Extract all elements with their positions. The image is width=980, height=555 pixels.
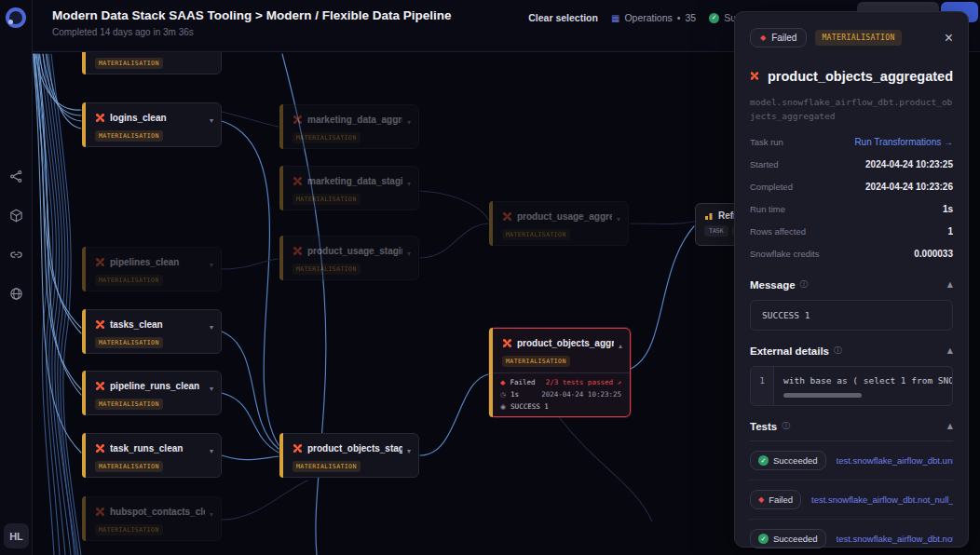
materialisation-badge: MATERIALISATION xyxy=(95,58,163,69)
node-runtime: 1s xyxy=(510,390,519,399)
test-link[interactable]: test.snowflake_airflow_dbt.not_null_pr xyxy=(837,534,953,544)
external-details-section: External details ⓘ ▲ 1 with base as ( se… xyxy=(750,345,953,406)
dbt-icon xyxy=(293,246,303,256)
materialisation-badge: MATERIALISATION xyxy=(293,461,361,472)
test-link[interactable]: test.snowflake_airflow_dbt.unique_pro xyxy=(837,455,953,466)
dbt-icon xyxy=(293,176,303,186)
dbt-icon xyxy=(95,381,105,391)
run-transformations-link[interactable]: Run Transformations → xyxy=(854,137,953,147)
failed-diamond-icon: ◆ xyxy=(758,495,764,504)
chevron-down-icon[interactable]: ▾ xyxy=(210,447,213,455)
pipelines-graph-icon[interactable] xyxy=(9,169,23,183)
node-label: product_usage_aggregated xyxy=(517,211,612,222)
message-content: SUCCESS 1 xyxy=(750,300,953,331)
dag-node-pipeline-runs-clean[interactable]: pipeline_runs_clean ▾ MATERIALISATION xyxy=(82,371,222,415)
check-circle-icon: ✓ xyxy=(758,455,769,466)
chevron-down-icon[interactable]: ▾ xyxy=(407,180,411,188)
line-number: 1 xyxy=(751,367,774,405)
message-section: Message ⓘ ▲ SUCCESS 1 xyxy=(750,278,953,331)
dag-node-pipelines-clean[interactable]: pipelines_clean ▾ MATERIALISATION xyxy=(82,247,222,291)
sql-code-block: 1 with base as ( select 1 from SNOWFLAKE xyxy=(750,366,953,406)
node-label: pipeline_runs_clean xyxy=(110,381,205,391)
info-icon: ⓘ xyxy=(800,278,809,291)
chevron-down-icon[interactable]: ▾ xyxy=(210,261,213,269)
app-logo-icon[interactable] xyxy=(6,7,26,28)
node-label: marketing_data_staging xyxy=(307,176,402,186)
clock-icon: ◷ xyxy=(500,391,506,399)
dbt-icon xyxy=(95,113,105,123)
dag-node-marketing-data-aggregated[interactable]: marketing_data_aggregated ▾ MATERIALISAT… xyxy=(279,104,419,149)
horizontal-scrollbar[interactable] xyxy=(783,393,862,398)
panel-title: product_objects_aggregated xyxy=(768,69,953,84)
failed-pill: ◆ Failed xyxy=(750,490,801,509)
materialisation-badge: MATERIALISATION xyxy=(293,132,361,143)
collapse-arrow-icon[interactable]: ▲ xyxy=(947,280,953,289)
status-dot-icon: ◉ xyxy=(500,403,506,411)
dag-node-hubspot-contacts-clean[interactable]: hubspot_contacts_clean ▾ MATERIALISATION xyxy=(82,496,222,541)
materialisation-badge: MATERIALISATION xyxy=(95,524,163,535)
dag-node-product-usage-aggregated[interactable]: product_usage_aggregated ▾ MATERIALISATI… xyxy=(489,201,629,246)
close-icon[interactable]: × xyxy=(945,31,953,46)
dbt-icon xyxy=(95,507,105,517)
dag-node-product-objects-aggregated-selected[interactable]: product_objects_aggregated ▴ MATERIALISA… xyxy=(489,328,631,417)
detail-row-completed: Completed 2024-04-24 10:23:26 xyxy=(750,175,953,197)
dbt-icon xyxy=(293,443,303,453)
pipeline-status-text: Completed 14 days ago in 3m 36s xyxy=(52,27,194,37)
materialisation-badge: MATERIALISATION xyxy=(95,130,163,142)
chevron-down-icon[interactable]: ▾ xyxy=(210,510,213,519)
user-avatar[interactable]: HL xyxy=(4,523,29,548)
failed-diamond-icon: ◆ xyxy=(760,34,766,42)
integrations-link-icon[interactable] xyxy=(9,248,23,262)
tests-passed-link[interactable]: 2/3 tests passed ↗ xyxy=(546,378,621,386)
dbt-icon xyxy=(293,115,303,125)
chevron-down-icon[interactable]: ▾ xyxy=(210,323,213,332)
globe-icon[interactable] xyxy=(9,287,23,301)
materialisation-badge: MATERIALISATION xyxy=(95,461,163,472)
chevron-down-icon[interactable]: ▾ xyxy=(407,250,411,258)
dag-node-tasks-clean[interactable]: tasks_clean ▾ MATERIALISATION xyxy=(82,309,222,354)
tests-section: Tests ⓘ ▲ ✓ Succeeded test.snowflake_air… xyxy=(750,420,953,555)
materialisation-badge: MATERIALISATION xyxy=(502,229,570,240)
check-circle-icon: ✓ xyxy=(709,13,719,23)
node-label: task_runs_clean xyxy=(110,443,205,453)
collapse-arrow-icon[interactable]: ▲ xyxy=(947,422,953,430)
materialisation-badge: MATERIALISATION xyxy=(502,356,570,367)
materialisation-badge: MATERIALISATION xyxy=(293,264,361,275)
dag-node-product-objects-staging[interactable]: product_objects_staging ▾ MATERIALISATIO… xyxy=(279,433,419,478)
chevron-down-icon[interactable]: ▾ xyxy=(210,116,213,125)
materialisation-badge: MATERIALISATION xyxy=(95,337,163,348)
test-link[interactable]: test.snowflake_airflow_dbt.not_null_pr xyxy=(811,494,953,505)
breadcrumb: Modern Data Stack SAAS Tooling > Modern … xyxy=(52,8,451,22)
dag-node-product-usage-staging[interactable]: product_usage_staging ▾ MATERIALISATION xyxy=(279,236,419,280)
dag-node-task-runs-clean[interactable]: task_runs_clean ▾ MATERIALISATION xyxy=(82,433,222,478)
chevron-down-icon[interactable]: ▾ xyxy=(210,385,213,393)
chevron-up-icon[interactable]: ▴ xyxy=(619,342,622,350)
task-badge: TASK xyxy=(704,225,728,237)
detail-row-snowflake-credits: Snowflake credits 0.000033 xyxy=(750,242,953,264)
materialisation-badge: MATERIALISATION xyxy=(95,399,163,410)
materialisation-badge: MATERIALISATION xyxy=(293,194,361,205)
node-label: product_usage_staging xyxy=(307,246,402,256)
dag-node-marketing-data-staging[interactable]: marketing_data_staging ▾ MATERIALISATION xyxy=(279,166,419,210)
check-circle-icon: ✓ xyxy=(758,534,769,544)
chevron-down-icon[interactable]: ▾ xyxy=(407,118,411,127)
detail-rows: Task run Run Transformations → Started 2… xyxy=(750,130,953,264)
collapse-arrow-icon[interactable]: ▲ xyxy=(947,346,953,355)
divider xyxy=(490,372,630,373)
materialisation-badge: MATERIALISATION xyxy=(815,30,901,46)
dag-node-logins-clean[interactable]: logins_clean ▾ MATERIALISATION xyxy=(82,102,222,147)
sidebar-nav: HL xyxy=(0,0,33,555)
node-label: product_objects_aggregated xyxy=(517,338,614,348)
succeeded-pill: ✓ Succeeded xyxy=(750,451,826,470)
test-row: ◆ Failed test.snowflake_airflow_dbt.not_… xyxy=(750,481,953,520)
detail-row-rows-affected: Rows affected 1 xyxy=(750,220,953,242)
failed-diamond-icon: ◆ xyxy=(500,379,505,386)
clear-selection-button[interactable]: Clear selection xyxy=(528,12,598,23)
info-icon: ⓘ xyxy=(782,420,790,432)
dbt-icon xyxy=(502,338,512,348)
products-cube-icon[interactable] xyxy=(9,209,23,223)
chart-icon xyxy=(704,211,714,221)
chevron-down-icon[interactable]: ▾ xyxy=(617,215,620,223)
chevron-down-icon[interactable]: ▾ xyxy=(407,447,411,455)
sql-code-line: with base as ( select 1 from SNOWFLAKE xyxy=(783,375,943,386)
